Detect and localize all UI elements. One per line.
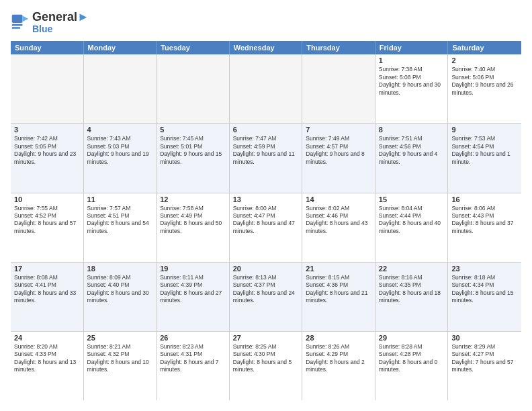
day-cell-12: 12Sunrise: 7:58 AM Sunset: 4:49 PM Dayli…: [157, 193, 230, 262]
day-cell-15: 15Sunrise: 8:04 AM Sunset: 4:44 PM Dayli…: [375, 193, 449, 262]
day-info: Sunrise: 7:58 AM Sunset: 4:49 PM Dayligh…: [160, 205, 226, 236]
empty-cell: [157, 54, 230, 123]
day-number: 22: [379, 265, 445, 273]
day-info: Sunrise: 8:29 AM Sunset: 4:27 PM Dayligh…: [451, 343, 518, 374]
day-cell-28: 28Sunrise: 8:26 AM Sunset: 4:29 PM Dayli…: [302, 332, 375, 400]
day-cell-6: 6Sunrise: 7:47 AM Sunset: 4:59 PM Daylig…: [230, 124, 303, 192]
day-cell-27: 27Sunrise: 8:25 AM Sunset: 4:30 PM Dayli…: [230, 332, 303, 400]
day-cell-30: 30Sunrise: 8:29 AM Sunset: 4:27 PM Dayli…: [448, 332, 521, 400]
day-cell-17: 17Sunrise: 8:08 AM Sunset: 4:41 PM Dayli…: [11, 263, 84, 331]
day-info: Sunrise: 8:11 AM Sunset: 4:39 PM Dayligh…: [160, 274, 226, 305]
day-cell-4: 4Sunrise: 7:43 AM Sunset: 5:03 PM Daylig…: [84, 124, 157, 192]
day-info: Sunrise: 7:47 AM Sunset: 4:59 PM Dayligh…: [233, 135, 299, 166]
day-info: Sunrise: 7:51 AM Sunset: 4:56 PM Dayligh…: [379, 135, 445, 166]
day-number: 27: [233, 334, 299, 342]
day-number: 9: [451, 126, 518, 134]
day-cell-18: 18Sunrise: 8:09 AM Sunset: 4:40 PM Dayli…: [84, 263, 157, 331]
svg-rect-0: [12, 14, 23, 22]
weekday-header-monday: Monday: [84, 41, 157, 54]
day-cell-2: 2Sunrise: 7:40 AM Sunset: 5:06 PM Daylig…: [448, 54, 521, 123]
weekday-header-sunday: Sunday: [11, 41, 84, 54]
day-cell-10: 10Sunrise: 7:55 AM Sunset: 4:52 PM Dayli…: [11, 193, 84, 262]
day-cell-5: 5Sunrise: 7:45 AM Sunset: 5:01 PM Daylig…: [157, 124, 230, 192]
day-number: 15: [379, 195, 445, 203]
day-number: 8: [379, 126, 445, 134]
empty-cell: [11, 54, 84, 123]
empty-cell: [84, 54, 157, 123]
svg-marker-1: [23, 15, 29, 21]
day-cell-7: 7Sunrise: 7:49 AM Sunset: 4:57 PM Daylig…: [302, 124, 375, 192]
day-cell-1: 1Sunrise: 7:38 AM Sunset: 5:08 PM Daylig…: [375, 54, 449, 123]
day-cell-23: 23Sunrise: 8:18 AM Sunset: 4:34 PM Dayli…: [448, 263, 521, 331]
day-number: 21: [306, 265, 371, 273]
calendar-row-3: 17Sunrise: 8:08 AM Sunset: 4:41 PM Dayli…: [11, 263, 521, 332]
weekday-header-tuesday: Tuesday: [157, 41, 230, 54]
calendar-row-2: 10Sunrise: 7:55 AM Sunset: 4:52 PM Dayli…: [11, 193, 521, 263]
day-cell-3: 3Sunrise: 7:42 AM Sunset: 5:05 PM Daylig…: [11, 124, 84, 192]
day-number: 11: [87, 195, 153, 203]
day-number: 26: [160, 334, 226, 342]
day-cell-13: 13Sunrise: 8:00 AM Sunset: 4:47 PM Dayli…: [230, 193, 303, 262]
svg-rect-3: [12, 27, 20, 29]
day-info: Sunrise: 8:28 AM Sunset: 4:28 PM Dayligh…: [379, 343, 445, 374]
day-number: 16: [451, 195, 518, 203]
day-number: 5: [160, 126, 226, 134]
weekday-header-saturday: Saturday: [448, 41, 521, 54]
day-cell-8: 8Sunrise: 7:51 AM Sunset: 4:56 PM Daylig…: [375, 124, 449, 192]
day-cell-29: 29Sunrise: 8:28 AM Sunset: 4:28 PM Dayli…: [375, 332, 449, 400]
day-info: Sunrise: 8:23 AM Sunset: 4:31 PM Dayligh…: [160, 343, 226, 374]
day-info: Sunrise: 8:02 AM Sunset: 4:46 PM Dayligh…: [306, 205, 371, 236]
day-number: 17: [14, 265, 80, 273]
day-number: 28: [306, 334, 371, 342]
day-number: 19: [160, 265, 226, 273]
day-info: Sunrise: 7:43 AM Sunset: 5:03 PM Dayligh…: [87, 135, 153, 166]
day-info: Sunrise: 8:16 AM Sunset: 4:35 PM Dayligh…: [379, 274, 445, 305]
weekday-header-thursday: Thursday: [302, 41, 375, 54]
svg-rect-2: [12, 24, 23, 26]
day-info: Sunrise: 7:40 AM Sunset: 5:06 PM Dayligh…: [451, 66, 518, 97]
day-info: Sunrise: 8:18 AM Sunset: 4:34 PM Dayligh…: [451, 274, 518, 305]
day-cell-19: 19Sunrise: 8:11 AM Sunset: 4:39 PM Dayli…: [157, 263, 230, 331]
calendar: SundayMondayTuesdayWednesdayThursdayFrid…: [11, 41, 521, 400]
day-info: Sunrise: 8:08 AM Sunset: 4:41 PM Dayligh…: [14, 274, 80, 305]
day-number: 13: [233, 195, 299, 203]
empty-cell: [230, 54, 303, 123]
day-info: Sunrise: 7:45 AM Sunset: 5:01 PM Dayligh…: [160, 135, 226, 166]
day-number: 12: [160, 195, 226, 203]
day-number: 1: [379, 56, 445, 64]
logo-general: General►: [32, 11, 89, 24]
day-number: 20: [233, 265, 299, 273]
calendar-header: SundayMondayTuesdayWednesdayThursdayFrid…: [11, 41, 521, 54]
day-info: Sunrise: 8:21 AM Sunset: 4:32 PM Dayligh…: [87, 343, 153, 374]
calendar-row-4: 24Sunrise: 8:20 AM Sunset: 4:33 PM Dayli…: [11, 332, 521, 400]
day-info: Sunrise: 8:04 AM Sunset: 4:44 PM Dayligh…: [379, 205, 445, 236]
day-info: Sunrise: 8:15 AM Sunset: 4:36 PM Dayligh…: [306, 274, 371, 305]
day-number: 18: [87, 265, 153, 273]
logo-icon: [11, 13, 30, 32]
day-cell-14: 14Sunrise: 8:02 AM Sunset: 4:46 PM Dayli…: [302, 193, 375, 262]
day-info: Sunrise: 8:09 AM Sunset: 4:40 PM Dayligh…: [87, 274, 153, 305]
logo-blue: Blue: [32, 24, 89, 34]
day-number: 6: [233, 126, 299, 134]
day-info: Sunrise: 8:13 AM Sunset: 4:37 PM Dayligh…: [233, 274, 299, 305]
day-info: Sunrise: 7:55 AM Sunset: 4:52 PM Dayligh…: [14, 205, 80, 236]
day-number: 14: [306, 195, 371, 203]
day-number: 3: [14, 126, 80, 134]
calendar-row-0: 1Sunrise: 7:38 AM Sunset: 5:08 PM Daylig…: [11, 54, 521, 124]
logo: General► Blue: [11, 11, 89, 34]
day-info: Sunrise: 7:38 AM Sunset: 5:08 PM Dayligh…: [379, 66, 445, 97]
calendar-row-1: 3Sunrise: 7:42 AM Sunset: 5:05 PM Daylig…: [11, 124, 521, 193]
weekday-header-wednesday: Wednesday: [230, 41, 303, 54]
day-info: Sunrise: 8:25 AM Sunset: 4:30 PM Dayligh…: [233, 343, 299, 374]
day-cell-21: 21Sunrise: 8:15 AM Sunset: 4:36 PM Dayli…: [302, 263, 375, 331]
day-info: Sunrise: 8:20 AM Sunset: 4:33 PM Dayligh…: [14, 343, 80, 374]
day-info: Sunrise: 7:53 AM Sunset: 4:54 PM Dayligh…: [451, 135, 518, 166]
day-cell-26: 26Sunrise: 8:23 AM Sunset: 4:31 PM Dayli…: [157, 332, 230, 400]
day-number: 25: [87, 334, 153, 342]
day-cell-22: 22Sunrise: 8:16 AM Sunset: 4:35 PM Dayli…: [375, 263, 449, 331]
day-info: Sunrise: 7:57 AM Sunset: 4:51 PM Dayligh…: [87, 205, 153, 236]
day-cell-24: 24Sunrise: 8:20 AM Sunset: 4:33 PM Dayli…: [11, 332, 84, 400]
empty-cell: [302, 54, 375, 123]
day-cell-20: 20Sunrise: 8:13 AM Sunset: 4:37 PM Dayli…: [230, 263, 303, 331]
day-info: Sunrise: 7:49 AM Sunset: 4:57 PM Dayligh…: [306, 135, 371, 166]
